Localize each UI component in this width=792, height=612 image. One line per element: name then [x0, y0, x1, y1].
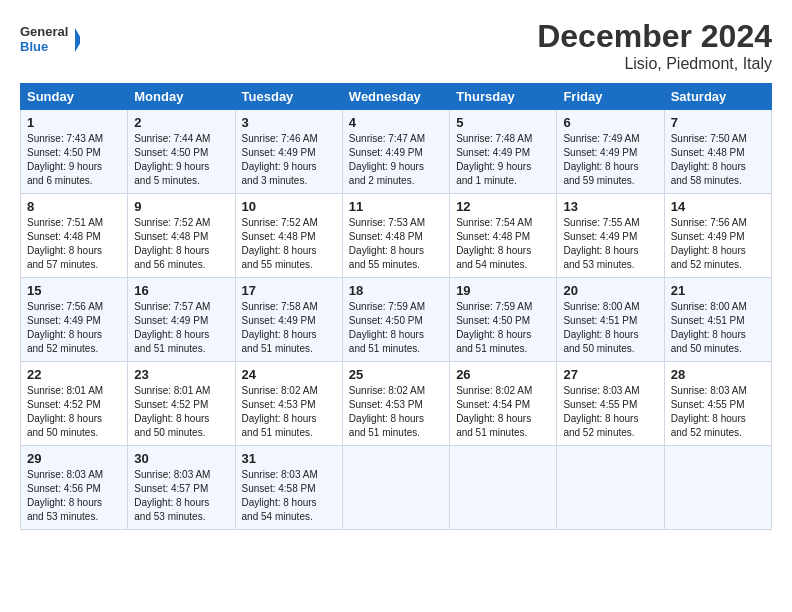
calendar-page: General Blue December 2024 Lisio, Piedmo…: [0, 0, 792, 540]
calendar-cell: 11 Sunrise: 7:53 AMSunset: 4:48 PMDaylig…: [342, 194, 449, 278]
calendar-cell: 10 Sunrise: 7:52 AMSunset: 4:48 PMDaylig…: [235, 194, 342, 278]
th-tuesday: Tuesday: [235, 84, 342, 110]
day-number: 6: [563, 115, 657, 130]
th-sunday: Sunday: [21, 84, 128, 110]
calendar-week-5: 29 Sunrise: 8:03 AMSunset: 4:56 PMDaylig…: [21, 446, 772, 530]
th-monday: Monday: [128, 84, 235, 110]
location: Lisio, Piedmont, Italy: [537, 55, 772, 73]
calendar-cell: 18 Sunrise: 7:59 AMSunset: 4:50 PMDaylig…: [342, 278, 449, 362]
calendar-cell: 5 Sunrise: 7:48 AMSunset: 4:49 PMDayligh…: [450, 110, 557, 194]
calendar-cell: 24 Sunrise: 8:02 AMSunset: 4:53 PMDaylig…: [235, 362, 342, 446]
calendar-cell: 29 Sunrise: 8:03 AMSunset: 4:56 PMDaylig…: [21, 446, 128, 530]
day-number: 2: [134, 115, 228, 130]
logo-svg: General Blue: [20, 18, 80, 62]
month-title: December 2024: [537, 18, 772, 55]
day-number: 22: [27, 367, 121, 382]
day-number: 4: [349, 115, 443, 130]
calendar-cell: 15 Sunrise: 7:56 AMSunset: 4:49 PMDaylig…: [21, 278, 128, 362]
day-info: Sunrise: 7:50 AMSunset: 4:48 PMDaylight:…: [671, 133, 747, 186]
day-info: Sunrise: 7:48 AMSunset: 4:49 PMDaylight:…: [456, 133, 532, 186]
calendar-cell: 31 Sunrise: 8:03 AMSunset: 4:58 PMDaylig…: [235, 446, 342, 530]
calendar-cell: 30 Sunrise: 8:03 AMSunset: 4:57 PMDaylig…: [128, 446, 235, 530]
calendar-cell: 8 Sunrise: 7:51 AMSunset: 4:48 PMDayligh…: [21, 194, 128, 278]
day-number: 23: [134, 367, 228, 382]
day-number: 31: [242, 451, 336, 466]
day-info: Sunrise: 7:51 AMSunset: 4:48 PMDaylight:…: [27, 217, 103, 270]
day-info: Sunrise: 7:56 AMSunset: 4:49 PMDaylight:…: [27, 301, 103, 354]
day-number: 7: [671, 115, 765, 130]
calendar-cell: 9 Sunrise: 7:52 AMSunset: 4:48 PMDayligh…: [128, 194, 235, 278]
day-number: 27: [563, 367, 657, 382]
calendar-cell: 23 Sunrise: 8:01 AMSunset: 4:52 PMDaylig…: [128, 362, 235, 446]
day-info: Sunrise: 8:03 AMSunset: 4:56 PMDaylight:…: [27, 469, 103, 522]
day-number: 25: [349, 367, 443, 382]
logo: General Blue: [20, 18, 80, 62]
header: General Blue December 2024 Lisio, Piedmo…: [20, 18, 772, 73]
day-info: Sunrise: 7:47 AMSunset: 4:49 PMDaylight:…: [349, 133, 425, 186]
day-number: 3: [242, 115, 336, 130]
calendar-week-1: 1 Sunrise: 7:43 AMSunset: 4:50 PMDayligh…: [21, 110, 772, 194]
day-number: 21: [671, 283, 765, 298]
day-info: Sunrise: 8:02 AMSunset: 4:53 PMDaylight:…: [242, 385, 318, 438]
calendar-cell: 3 Sunrise: 7:46 AMSunset: 4:49 PMDayligh…: [235, 110, 342, 194]
day-number: 10: [242, 199, 336, 214]
day-info: Sunrise: 8:00 AMSunset: 4:51 PMDaylight:…: [671, 301, 747, 354]
day-number: 12: [456, 199, 550, 214]
calendar-cell: 17 Sunrise: 7:58 AMSunset: 4:49 PMDaylig…: [235, 278, 342, 362]
day-info: Sunrise: 7:54 AMSunset: 4:48 PMDaylight:…: [456, 217, 532, 270]
calendar-cell: 1 Sunrise: 7:43 AMSunset: 4:50 PMDayligh…: [21, 110, 128, 194]
th-saturday: Saturday: [664, 84, 771, 110]
svg-text:Blue: Blue: [20, 39, 48, 54]
th-thursday: Thursday: [450, 84, 557, 110]
svg-text:General: General: [20, 24, 68, 39]
calendar-cell: 2 Sunrise: 7:44 AMSunset: 4:50 PMDayligh…: [128, 110, 235, 194]
calendar-table: Sunday Monday Tuesday Wednesday Thursday…: [20, 83, 772, 530]
th-friday: Friday: [557, 84, 664, 110]
calendar-cell: [450, 446, 557, 530]
day-info: Sunrise: 7:57 AMSunset: 4:49 PMDaylight:…: [134, 301, 210, 354]
calendar-cell: 28 Sunrise: 8:03 AMSunset: 4:55 PMDaylig…: [664, 362, 771, 446]
calendar-cell: [664, 446, 771, 530]
calendar-cell: 25 Sunrise: 8:02 AMSunset: 4:53 PMDaylig…: [342, 362, 449, 446]
day-info: Sunrise: 7:59 AMSunset: 4:50 PMDaylight:…: [349, 301, 425, 354]
calendar-cell: 13 Sunrise: 7:55 AMSunset: 4:49 PMDaylig…: [557, 194, 664, 278]
calendar-cell: 27 Sunrise: 8:03 AMSunset: 4:55 PMDaylig…: [557, 362, 664, 446]
calendar-cell: [557, 446, 664, 530]
day-info: Sunrise: 8:03 AMSunset: 4:55 PMDaylight:…: [671, 385, 747, 438]
day-info: Sunrise: 8:03 AMSunset: 4:58 PMDaylight:…: [242, 469, 318, 522]
day-info: Sunrise: 7:58 AMSunset: 4:49 PMDaylight:…: [242, 301, 318, 354]
day-number: 16: [134, 283, 228, 298]
day-info: Sunrise: 8:00 AMSunset: 4:51 PMDaylight:…: [563, 301, 639, 354]
day-info: Sunrise: 7:56 AMSunset: 4:49 PMDaylight:…: [671, 217, 747, 270]
day-info: Sunrise: 7:44 AMSunset: 4:50 PMDaylight:…: [134, 133, 210, 186]
day-number: 13: [563, 199, 657, 214]
calendar-cell: 6 Sunrise: 7:49 AMSunset: 4:49 PMDayligh…: [557, 110, 664, 194]
day-info: Sunrise: 7:43 AMSunset: 4:50 PMDaylight:…: [27, 133, 103, 186]
day-info: Sunrise: 8:01 AMSunset: 4:52 PMDaylight:…: [134, 385, 210, 438]
day-number: 26: [456, 367, 550, 382]
calendar-cell: 22 Sunrise: 8:01 AMSunset: 4:52 PMDaylig…: [21, 362, 128, 446]
day-number: 18: [349, 283, 443, 298]
day-info: Sunrise: 7:55 AMSunset: 4:49 PMDaylight:…: [563, 217, 639, 270]
day-number: 1: [27, 115, 121, 130]
day-info: Sunrise: 7:52 AMSunset: 4:48 PMDaylight:…: [134, 217, 210, 270]
day-info: Sunrise: 8:03 AMSunset: 4:57 PMDaylight:…: [134, 469, 210, 522]
calendar-cell: 14 Sunrise: 7:56 AMSunset: 4:49 PMDaylig…: [664, 194, 771, 278]
calendar-cell: 12 Sunrise: 7:54 AMSunset: 4:48 PMDaylig…: [450, 194, 557, 278]
day-info: Sunrise: 7:49 AMSunset: 4:49 PMDaylight:…: [563, 133, 639, 186]
day-info: Sunrise: 7:53 AMSunset: 4:48 PMDaylight:…: [349, 217, 425, 270]
day-number: 5: [456, 115, 550, 130]
calendar-cell: 7 Sunrise: 7:50 AMSunset: 4:48 PMDayligh…: [664, 110, 771, 194]
day-number: 19: [456, 283, 550, 298]
calendar-cell: 21 Sunrise: 8:00 AMSunset: 4:51 PMDaylig…: [664, 278, 771, 362]
calendar-week-3: 15 Sunrise: 7:56 AMSunset: 4:49 PMDaylig…: [21, 278, 772, 362]
day-info: Sunrise: 7:46 AMSunset: 4:49 PMDaylight:…: [242, 133, 318, 186]
svg-marker-2: [75, 28, 80, 52]
day-number: 8: [27, 199, 121, 214]
day-info: Sunrise: 8:02 AMSunset: 4:53 PMDaylight:…: [349, 385, 425, 438]
calendar-cell: 16 Sunrise: 7:57 AMSunset: 4:49 PMDaylig…: [128, 278, 235, 362]
day-number: 11: [349, 199, 443, 214]
day-number: 15: [27, 283, 121, 298]
calendar-cell: 4 Sunrise: 7:47 AMSunset: 4:49 PMDayligh…: [342, 110, 449, 194]
calendar-week-2: 8 Sunrise: 7:51 AMSunset: 4:48 PMDayligh…: [21, 194, 772, 278]
